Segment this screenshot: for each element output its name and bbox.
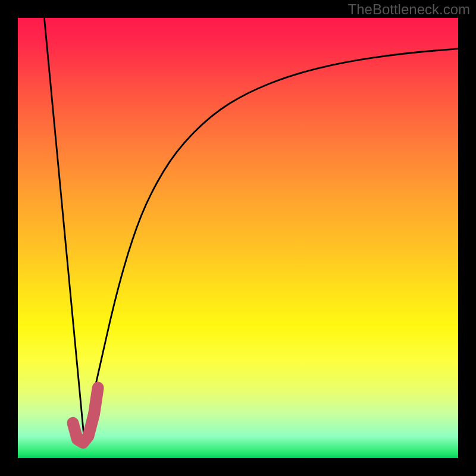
- series-left-descent: [44, 18, 84, 436]
- plot-area: [18, 18, 458, 458]
- chart-frame: TheBottleneck.com: [0, 0, 476, 476]
- series-right-ascent: [84, 49, 458, 436]
- series-j-mark: [73, 388, 98, 443]
- curves-svg: [18, 18, 458, 458]
- watermark-text: TheBottleneck.com: [348, 1, 470, 18]
